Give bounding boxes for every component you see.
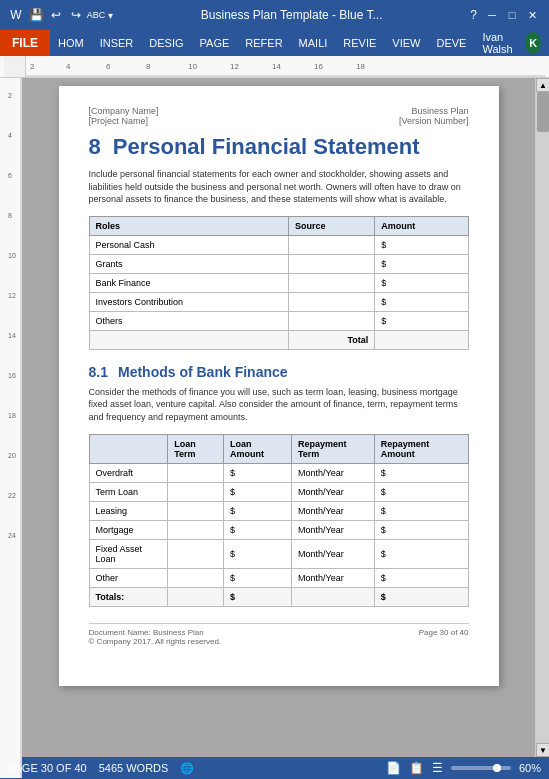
minimize-button[interactable]: ─	[483, 8, 501, 22]
svg-text:4: 4	[66, 62, 71, 71]
svg-text:18: 18	[8, 412, 16, 419]
doc-header-left: [Company Name] [Project Name]	[89, 106, 159, 126]
svg-text:16: 16	[8, 372, 16, 379]
totals-row: Totals: $ $	[89, 587, 468, 606]
col-roles: Roles	[89, 216, 288, 235]
page-info: PAGE 30 OF 40	[8, 762, 87, 774]
footer-doc-name: Document Name: Business Plan	[89, 628, 222, 637]
redo-icon[interactable]: ↪	[68, 7, 84, 23]
tab-file[interactable]: FILE	[0, 30, 50, 56]
view-icon-web[interactable]: 📋	[409, 761, 424, 775]
scroll-thumb[interactable]	[537, 92, 549, 132]
tab-view[interactable]: VIEW	[384, 30, 428, 56]
view-icon-outline[interactable]: ☰	[432, 761, 443, 775]
svg-text:2: 2	[8, 92, 12, 99]
svg-text:22: 22	[8, 492, 16, 499]
document-page: [Company Name] [Project Name] Business P…	[59, 86, 499, 686]
subsection-heading: 8.1 Methods of Bank Finance	[89, 364, 469, 380]
svg-text:10: 10	[188, 62, 197, 71]
maximize-button[interactable]: □	[503, 8, 521, 22]
subsection-title: Methods of Bank Finance	[118, 364, 288, 380]
doc-footer: Document Name: Business Plan © Company 2…	[89, 623, 469, 646]
tab-hom[interactable]: HOM	[50, 30, 92, 56]
content-area[interactable]: [Company Name] [Project Name] Business P…	[22, 78, 535, 757]
undo-icon[interactable]: ↩	[48, 7, 64, 23]
close-button[interactable]: ✕	[523, 8, 541, 22]
table-row: Leasing $ Month/Year $	[89, 501, 468, 520]
scroll-track[interactable]	[536, 92, 549, 743]
zoom-slider[interactable]	[451, 766, 511, 770]
table-row: Personal Cash $	[89, 235, 468, 254]
col-empty	[89, 434, 168, 463]
footer-copyright: © Company 2017. All rights reserved.	[89, 637, 222, 646]
help-icon[interactable]: ?	[470, 8, 477, 22]
scrollbar-vertical[interactable]: ▲ ▼	[535, 78, 549, 757]
tab-desig[interactable]: DESIG	[141, 30, 191, 56]
business-plan-label: Business Plan	[399, 106, 469, 116]
section-heading: 8 Personal Financial Statement	[89, 134, 469, 160]
tab-revie[interactable]: REVIE	[335, 30, 384, 56]
ribbon: FILE HOM INSER DESIG PAGE REFER MAILI RE…	[0, 30, 549, 56]
col-loan-amount: Loan Amount	[223, 434, 291, 463]
total-row: Total	[89, 330, 468, 349]
scroll-up-button[interactable]: ▲	[536, 78, 549, 92]
status-bar: PAGE 30 OF 40 5465 WORDS 🌐 📄 📋 ☰ 60%	[0, 757, 549, 779]
main-area: 2 4 6 8 10 12 14 16 18 20 22 24 [Company…	[0, 78, 549, 757]
tab-refer[interactable]: REFER	[237, 30, 290, 56]
svg-text:16: 16	[314, 62, 323, 71]
svg-text:12: 12	[8, 292, 16, 299]
zoom-thumb	[493, 764, 501, 772]
vertical-ruler: 2 4 6 8 10 12 14 16 18 20 22 24	[0, 78, 22, 757]
ruler: 2 4 6 8 10 12 14 16 18	[26, 56, 545, 77]
title-bar: W 💾 ↩ ↪ ABC ▾ Business Plan Template - B…	[0, 0, 549, 30]
title-bar-icons: W 💾 ↩ ↪ ABC ▾	[8, 7, 113, 23]
tab-deve[interactable]: DEVE	[428, 30, 474, 56]
row-grants: Grants	[89, 254, 288, 273]
save-icon[interactable]: 💾	[28, 7, 44, 23]
tab-maili[interactable]: MAILI	[291, 30, 336, 56]
col-repayment-term: Repayment Term	[291, 434, 374, 463]
abc-icon: ABC	[88, 7, 104, 23]
svg-text:8: 8	[8, 212, 12, 219]
project-name: [Project Name]	[89, 116, 159, 126]
scroll-down-button[interactable]: ▼	[536, 743, 549, 757]
tab-inser[interactable]: INSER	[92, 30, 142, 56]
footer-left: Document Name: Business Plan © Company 2…	[89, 628, 222, 646]
title-text: Business Plan Template - Blue T...	[119, 8, 464, 22]
svg-rect-11	[0, 78, 22, 778]
table-row: Investors Contribution $	[89, 292, 468, 311]
svg-text:8: 8	[146, 62, 151, 71]
window-controls: ─ □ ✕	[483, 8, 541, 22]
financial-statement-table: Roles Source Amount Personal Cash $ Gran…	[89, 216, 469, 350]
table-row: Mortgage $ Month/Year $	[89, 520, 468, 539]
user-area: Ivan Walsh K	[474, 31, 549, 55]
table-row: Grants $	[89, 254, 468, 273]
tab-page[interactable]: PAGE	[192, 30, 238, 56]
row-personal-cash: Personal Cash	[89, 235, 288, 254]
svg-text:4: 4	[8, 132, 12, 139]
ruler-area: 2 4 6 8 10 12 14 16 18	[0, 56, 549, 78]
ruler-corner	[4, 56, 26, 77]
zoom-level: 60%	[519, 762, 541, 774]
svg-text:24: 24	[8, 532, 16, 539]
word-count: 5465 WORDS	[99, 762, 169, 774]
col-source: Source	[288, 216, 374, 235]
vertical-ruler-svg: 2 4 6 8 10 12 14 16 18 20 22 24	[0, 78, 22, 778]
svg-text:2: 2	[30, 62, 35, 71]
section-body-text: Include personal financial statements fo…	[89, 168, 469, 206]
svg-rect-0	[26, 56, 545, 77]
help-area: ?	[470, 8, 477, 22]
svg-text:10: 10	[8, 252, 16, 259]
version-number: [Version Number]	[399, 116, 469, 126]
company-name: [Company Name]	[89, 106, 159, 116]
word-icon: W	[8, 7, 24, 23]
col-amount: Amount	[375, 216, 468, 235]
svg-text:6: 6	[8, 172, 12, 179]
bank-finance-table: Loan Term Loan Amount Repayment Term Rep…	[89, 434, 469, 607]
view-icon-print[interactable]: 📄	[386, 761, 401, 775]
col-repayment-amount: Repayment Amount	[374, 434, 468, 463]
row-bank-finance: Bank Finance	[89, 273, 288, 292]
table-row: Others $	[89, 311, 468, 330]
status-right: 📄 📋 ☰ 60%	[386, 761, 541, 775]
table-row: Fixed Asset Loan $ Month/Year $	[89, 539, 468, 568]
